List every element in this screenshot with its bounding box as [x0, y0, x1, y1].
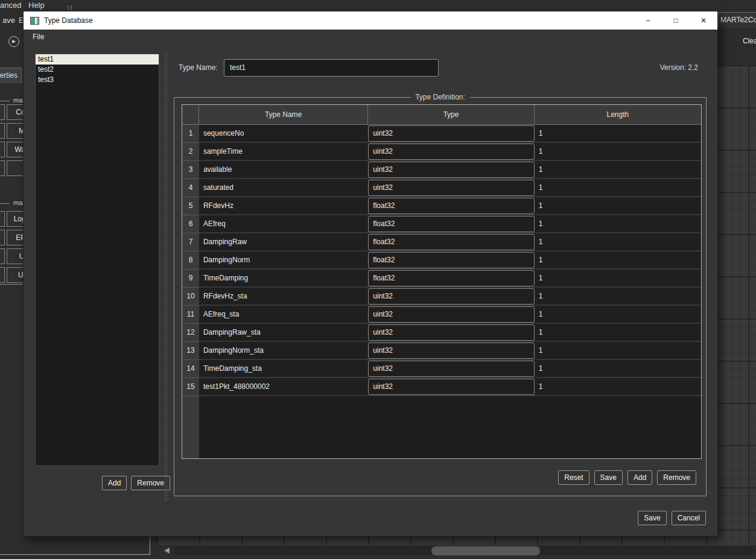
type-cell-editor[interactable]: uint32 [368, 379, 534, 395]
table-save-button[interactable]: Save [594, 470, 623, 485]
horizontal-scrollbar-thumb[interactable] [431, 546, 540, 555]
bg-toolbar-save[interactable]: ave [2, 16, 15, 25]
bg-palette-mini-button[interactable] [0, 248, 5, 264]
table-reset-button[interactable]: Reset [558, 470, 589, 485]
type-cell[interactable]: uint32 [368, 125, 534, 143]
length-cell[interactable]: 1 [535, 324, 701, 342]
bg-menu-help[interactable]: Help [28, 1, 45, 10]
clear-button[interactable]: Clea [743, 37, 756, 45]
type-name-cell[interactable]: test1Pkt_488000002 [199, 378, 368, 396]
bg-palette-mini-button[interactable] [0, 142, 5, 157]
splitter-handle[interactable] [165, 54, 165, 501]
type-cell-editor[interactable]: uint32 [368, 162, 534, 178]
table-remove-button[interactable]: Remove [657, 470, 696, 485]
bg-palette-mini-button[interactable] [0, 267, 5, 283]
type-cell-editor[interactable]: uint32 [368, 125, 534, 142]
bg-palette-mini-button[interactable] [0, 230, 5, 245]
scrollbar-left-arrow-icon[interactable] [164, 548, 170, 554]
type-cell[interactable]: float32 [368, 270, 534, 288]
type-cell-editor[interactable]: float32 [368, 270, 534, 286]
type-name-cell[interactable]: DampingRaw_sta [199, 324, 368, 342]
length-cell[interactable]: 1 [535, 378, 701, 396]
length-cell[interactable]: 1 [535, 197, 701, 215]
menu-file[interactable]: File [29, 31, 48, 42]
length-cell[interactable]: 1 [535, 342, 701, 360]
type-cell-editor[interactable]: uint32 [368, 144, 534, 160]
length-cell[interactable]: 1 [535, 306, 701, 324]
type-cell-editor[interactable]: uint32 [368, 324, 534, 341]
length-cell[interactable]: 1 [535, 288, 701, 306]
type-name-cell[interactable]: AEfreq [199, 215, 368, 233]
bg-palette-mini-button[interactable] [0, 123, 5, 139]
type-cell[interactable]: float32 [368, 233, 534, 251]
bg-group-border [0, 203, 10, 204]
type-name-cell[interactable]: saturated [199, 179, 368, 197]
type-cell[interactable]: uint32 [368, 378, 534, 396]
length-cell[interactable]: 1 [535, 215, 701, 233]
length-cell[interactable]: 1 [535, 125, 701, 143]
type-name-cell[interactable]: sequenceNo [199, 125, 368, 143]
type-name-cell[interactable]: available [199, 161, 368, 179]
type-cell[interactable]: uint32 [368, 161, 534, 179]
dialog-titlebar[interactable]: Type Database – □ ✕ [24, 11, 717, 30]
type-name-cell[interactable]: RFdevHz_sta [199, 288, 368, 306]
type-name-cell[interactable]: TimeDamping [199, 270, 368, 288]
list-item-test3[interactable]: test3 [36, 75, 159, 85]
type-name-cell[interactable]: AEfreq_sta [199, 306, 368, 324]
toolbar-grip-handle[interactable] [68, 5, 72, 10]
length-cell[interactable]: 1 [535, 360, 701, 378]
type-cell-editor[interactable]: uint32 [368, 343, 534, 359]
type-name-cell[interactable]: DampingNorm [199, 251, 368, 270]
minimize-icon[interactable]: – [634, 11, 662, 30]
type-cell-editor[interactable]: uint32 [368, 180, 534, 196]
type-name-cell[interactable]: RFdevHz [199, 197, 368, 215]
type-cell-editor[interactable]: float32 [368, 234, 534, 250]
type-cell-editor[interactable]: float32 [368, 252, 534, 268]
type-cell[interactable]: uint32 [368, 342, 534, 360]
type-name-cell[interactable]: DampingRaw [199, 233, 368, 251]
type-cell[interactable]: uint32 [368, 360, 534, 378]
type-cell[interactable]: uint32 [368, 179, 534, 197]
bg-palette-mini-button[interactable] [0, 160, 5, 176]
length-cell[interactable]: 1 [535, 251, 701, 270]
type-name-cell[interactable]: sampleTime [199, 143, 368, 161]
list-item-test1[interactable]: test1 [36, 54, 159, 65]
list-add-button[interactable]: Add [102, 476, 127, 490]
length-cell[interactable]: 1 [535, 270, 701, 288]
type-cell-editor[interactable]: float32 [368, 198, 534, 214]
type-cell[interactable]: uint32 [368, 306, 534, 324]
maximize-icon[interactable]: □ [662, 11, 690, 30]
type-cell-editor[interactable]: uint32 [368, 361, 534, 377]
type-cell-editor[interactable]: float32 [368, 216, 534, 232]
type-cell[interactable]: float32 [368, 251, 534, 270]
dialog-save-button[interactable]: Save [638, 511, 666, 525]
type-name-cell[interactable]: TimeDamping_sta [199, 360, 368, 378]
type-cell[interactable]: uint32 [368, 324, 534, 342]
length-cell[interactable]: 1 [535, 143, 701, 161]
list-item-test2[interactable]: test2 [36, 65, 159, 75]
bg-palette-mini-button[interactable] [0, 211, 5, 227]
type-cell-editor[interactable]: uint32 [368, 306, 534, 323]
tab-marte2config[interactable]: MARTe2Conf [718, 12, 756, 28]
horizontal-scrollbar[interactable] [174, 546, 756, 555]
dialog-cancel-button[interactable]: Cancel [672, 511, 706, 525]
bg-menu-advanced[interactable]: anced [0, 1, 21, 10]
table-add-button[interactable]: Add [627, 470, 652, 485]
row-number-cell: 6 [182, 215, 199, 233]
type-cell[interactable]: float32 [368, 215, 534, 233]
play-icon[interactable]: ▶ [8, 36, 19, 47]
type-cell[interactable]: uint32 [368, 288, 534, 306]
type-name-cell[interactable]: DampingNorm_sta [199, 342, 368, 360]
type-cell[interactable]: uint32 [368, 143, 534, 161]
bg-palette-mini-button[interactable] [0, 104, 5, 120]
length-cell[interactable]: 1 [535, 179, 701, 197]
type-name-input[interactable]: test1 [224, 59, 439, 77]
type-list[interactable]: test1test2test3 [35, 54, 159, 466]
splitter-handle[interactable] [167, 54, 167, 501]
close-icon[interactable]: ✕ [690, 11, 717, 30]
type-cell-editor[interactable]: uint32 [368, 288, 534, 305]
tab-properties[interactable]: perties [0, 68, 22, 83]
length-cell[interactable]: 1 [535, 233, 701, 251]
length-cell[interactable]: 1 [535, 161, 701, 179]
type-cell[interactable]: float32 [368, 197, 534, 215]
